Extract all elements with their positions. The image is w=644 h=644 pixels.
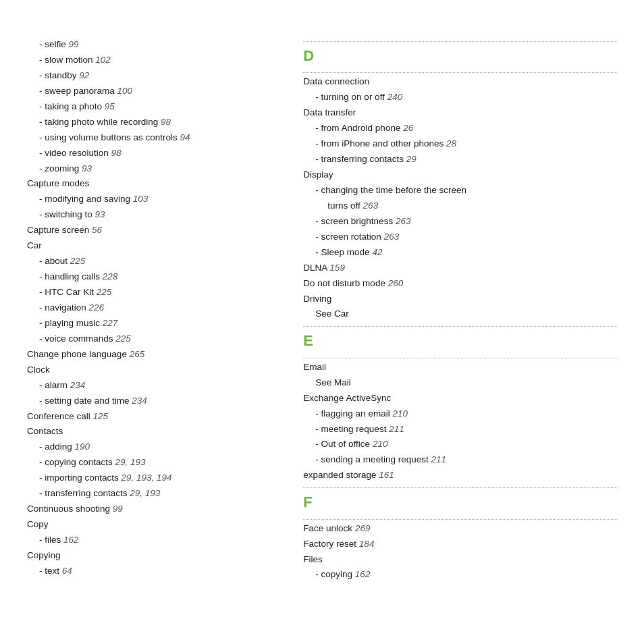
- entry-sub: - adding 190: [27, 439, 283, 455]
- entry-main: Display: [303, 167, 617, 183]
- entry-sub: - selfie 99: [27, 37, 283, 53]
- page-header: [27, 20, 617, 33]
- content-area: - selfie 99- slow motion 102- standby 92…: [27, 37, 617, 624]
- entry-sub: - copying contacts 29, 193: [27, 455, 283, 471]
- entry-sub: - turning on or off 240: [303, 90, 617, 105]
- entry-sub: - Out of office 210: [303, 437, 617, 452]
- entry-sub: - sweep panorama 100: [27, 84, 283, 99]
- entry-sub: - voice commands 225: [27, 331, 283, 347]
- entry-sub: - standby 92: [27, 68, 283, 84]
- section-divider-top: [303, 326, 617, 327]
- entry-main: Data transfer: [303, 105, 617, 121]
- entry-main: Factory reset 184: [303, 537, 617, 552]
- entry-sub: - files 162: [27, 533, 283, 548]
- entry-sub: - alarm 234: [27, 378, 283, 394]
- entry-main: Copy: [27, 517, 283, 533]
- entry-sub: - HTC Car Kit 225: [27, 285, 283, 300]
- section-letter: E: [303, 328, 617, 353]
- section-divider-bottom: [303, 358, 617, 358]
- entry-sub: - changing the time before the screen: [303, 183, 617, 198]
- page: - selfie 99- slow motion 102- standby 92…: [0, 0, 644, 644]
- entry-sub: - meeting request 211: [303, 422, 617, 437]
- entry-sub: - screen rotation 263: [303, 230, 617, 245]
- entry-sub: - Sleep mode 42: [303, 245, 617, 261]
- entry-main: Change phone language 265: [27, 347, 283, 363]
- entry-sub: - importing contacts 29, 193, 194: [27, 471, 283, 486]
- entry-sub: - flagging an email 210: [303, 406, 617, 422]
- entry-main: Capture modes: [27, 176, 283, 192]
- entry-sub2: turns off 263: [303, 198, 617, 214]
- see-reference: See Car: [303, 306, 617, 322]
- entry-main: Data connection: [303, 74, 617, 90]
- entry-main: Driving: [303, 292, 617, 307]
- entry-main: Email: [303, 360, 617, 375]
- entry-sub: - video resolution 98: [27, 146, 283, 161]
- entry-sub: - screen brightness 263: [303, 214, 617, 230]
- entry-sub: - sending a meeting request 211: [303, 452, 617, 468]
- see-reference: See Mail: [303, 375, 617, 391]
- entry-sub: - switching to 93: [27, 207, 283, 223]
- entry-sub: - from iPhone and other phones 28: [303, 136, 617, 152]
- section-divider-top: [303, 487, 617, 488]
- entry-sub: - setting date and time 234: [27, 394, 283, 409]
- entry-sub: - taking photo while recording 98: [27, 115, 283, 130]
- entry-sub: - modifying and saving 103: [27, 192, 283, 207]
- entry-main: expanded storage 161: [303, 468, 617, 483]
- entry-main: Contacts: [27, 424, 283, 439]
- entry-main: Exchange ActiveSync: [303, 391, 617, 406]
- entry-sub: - text 64: [27, 564, 283, 579]
- entry-sub: - transferring contacts 29: [303, 152, 617, 167]
- entry-main: Conference call 125: [27, 409, 283, 425]
- entry-main: Copying: [27, 548, 283, 564]
- entry-sub: - taking a photo 95: [27, 99, 283, 115]
- entry-sub: - zooming 93: [27, 161, 283, 177]
- right-column: DData connection- turning on or off 240D…: [303, 37, 617, 624]
- entry-main: Capture screen 56: [27, 223, 283, 238]
- section-divider-bottom: [303, 72, 617, 73]
- entry-sub: - navigation 226: [27, 300, 283, 316]
- entry-sub: - handling calls 228: [27, 269, 283, 285]
- entry-main: Files: [303, 552, 617, 568]
- entry-sub: - copying 162: [303, 567, 617, 583]
- section-divider-top: [303, 41, 617, 42]
- left-column: - selfie 99- slow motion 102- standby 92…: [27, 37, 303, 624]
- section-letter: D: [303, 43, 617, 68]
- entry-main: Face unlock 269: [303, 521, 617, 537]
- section-letter: F: [303, 489, 617, 514]
- entry-main: DLNA 159: [303, 261, 617, 276]
- entry-sub: - playing music 227: [27, 316, 283, 331]
- entry-main: Continuous shooting 99: [27, 502, 283, 517]
- entry-sub: - about 225: [27, 254, 283, 269]
- entry-main: Car: [27, 238, 283, 254]
- entry-main: Clock: [27, 363, 283, 378]
- entry-main: Do not disturb mode 260: [303, 276, 617, 292]
- section-divider-bottom: [303, 519, 617, 520]
- entry-sub: - using volume buttons as controls 94: [27, 130, 283, 146]
- entry-sub: - from Android phone 26: [303, 121, 617, 136]
- header-label: [610, 20, 617, 30]
- entry-sub: - slow motion 102: [27, 53, 283, 68]
- entry-sub: - transferring contacts 29, 193: [27, 486, 283, 502]
